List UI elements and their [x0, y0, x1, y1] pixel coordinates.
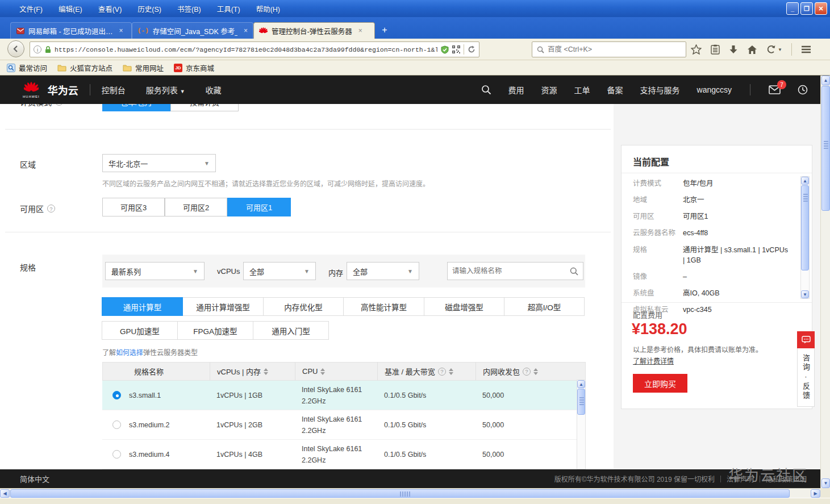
browser-tab-console[interactable]: 管理控制台-弹性云服务器 ×: [253, 22, 375, 39]
sort-icon[interactable]: [533, 368, 538, 375]
vertical-scrollbar[interactable]: ▲ ▼: [820, 76, 830, 488]
feedback-widget[interactable]: 咨询·反馈: [797, 331, 815, 407]
az2-button[interactable]: 可用区2: [165, 198, 227, 216]
library-icon[interactable]: [711, 44, 720, 55]
home-icon[interactable]: [747, 45, 757, 55]
sort-icon[interactable]: [320, 368, 325, 375]
minimize-button[interactable]: _: [786, 2, 799, 15]
url-input[interactable]: [55, 46, 437, 53]
series-filter-select[interactable]: 最新系列 ▼: [105, 262, 205, 280]
radio-unselected[interactable]: [112, 420, 121, 429]
vcpus-filter-select[interactable]: 全部 ▼: [243, 262, 316, 280]
tab-close-icon[interactable]: ×: [244, 27, 248, 35]
scrollbar-thumb[interactable]: [577, 389, 585, 415]
config-scrollbar[interactable]: ▲ ▼: [800, 176, 810, 299]
sort-icon[interactable]: [264, 368, 268, 375]
tab-general-computing-plus[interactable]: 通用计算增强型: [182, 297, 264, 316]
billing-details-link[interactable]: 了解计费详情: [633, 356, 674, 365]
shield-check-icon[interactable]: [441, 45, 449, 54]
tab-ultra-io[interactable]: 超高I/O型: [504, 297, 585, 316]
az1-button[interactable]: 可用区1: [227, 198, 291, 216]
bookmark-most-visited[interactable]: 最常访问: [7, 63, 47, 73]
nav-favorites[interactable]: 收藏: [206, 84, 222, 95]
page-info-icon[interactable]: i: [34, 45, 41, 53]
region-select[interactable]: 华北-北京一 ▼: [102, 154, 216, 172]
table-row[interactable]: s3.medium.4 1vCPUs | 4GB Intel SkyLake 6…: [102, 440, 586, 469]
table-scrollbar[interactable]: ▲: [577, 380, 586, 469]
table-row[interactable]: s3.small.1 1vCPUs | 1GB Intel SkyLake 61…: [102, 381, 586, 410]
bookmark-firefox-folder[interactable]: 火狐官方站点: [57, 63, 112, 73]
close-button[interactable]: ✕: [815, 2, 827, 15]
buy-now-button[interactable]: 立即购买: [633, 374, 687, 393]
help-icon[interactable]: ?: [523, 368, 531, 376]
nav-billing[interactable]: 费用: [508, 84, 524, 95]
scroll-right-arrow[interactable]: ▶: [811, 489, 820, 498]
help-icon[interactable]: ?: [438, 368, 446, 376]
brand-name[interactable]: 华为云: [48, 82, 78, 97]
console-search-icon[interactable]: [481, 85, 491, 95]
tab-memory-optimized[interactable]: 内存优化型: [263, 297, 344, 316]
nav-icp[interactable]: 备案: [607, 84, 623, 95]
tab-close-icon[interactable]: ×: [358, 27, 362, 35]
sync-button[interactable]: ▼: [766, 45, 782, 54]
scroll-up-arrow[interactable]: ▲: [821, 76, 830, 85]
menu-bookmarks[interactable]: 书签(B): [177, 3, 201, 14]
help-icon[interactable]: ?: [47, 205, 55, 213]
restore-button[interactable]: ❐: [800, 2, 813, 15]
tab-close-icon[interactable]: ×: [119, 27, 123, 35]
hamburger-menu-icon[interactable]: [801, 45, 811, 53]
reload-icon[interactable]: [468, 45, 476, 53]
bookmark-jd[interactable]: JD 京东商城: [174, 63, 214, 73]
menu-view[interactable]: 查看(V): [98, 3, 122, 14]
downloads-icon[interactable]: [729, 45, 738, 55]
scroll-up-arrow[interactable]: ▲: [801, 177, 809, 185]
nav-console[interactable]: 控制台: [102, 84, 126, 95]
history-clock-icon[interactable]: [798, 85, 808, 95]
language-selector[interactable]: 简体中文: [20, 473, 49, 484]
menu-tools[interactable]: 工具(T): [217, 3, 240, 14]
menu-history[interactable]: 历史(S): [137, 3, 161, 14]
qr-code-icon[interactable]: [452, 45, 460, 53]
web-search-input[interactable]: [548, 45, 681, 53]
chat-bubble-icon[interactable]: [797, 331, 815, 348]
bookmark-common-folder[interactable]: 常用网址: [123, 63, 164, 73]
scrollbar-thumb[interactable]: [821, 86, 830, 211]
mem-filter-select[interactable]: 全部 ▼: [347, 262, 419, 280]
bookmark-star-icon[interactable]: [691, 44, 702, 55]
radio-selected[interactable]: [112, 391, 121, 399]
username[interactable]: wangccsy: [697, 85, 732, 94]
spec-search-input[interactable]: [452, 267, 566, 275]
menu-help[interactable]: 帮助(H): [256, 3, 280, 14]
browser-tab-mail[interactable]: 网易邮箱 - 您已成功退出… ×: [10, 22, 132, 39]
horizontal-scrollbar[interactable]: ◀ ▶: [0, 488, 820, 498]
search-icon[interactable]: [570, 267, 578, 276]
scrollbar-thumb[interactable]: [10, 489, 790, 498]
nav-support[interactable]: 支持与服务: [640, 84, 680, 95]
web-search-bar[interactable]: [532, 41, 686, 57]
az3-button[interactable]: 可用区3: [102, 198, 165, 216]
scroll-down-arrow[interactable]: ▼: [821, 478, 830, 488]
spec-name-search[interactable]: [447, 262, 583, 280]
scroll-left-arrow[interactable]: ◀: [0, 489, 10, 498]
browser-tab-docs[interactable]: (-) 存储空间_Java_SDK 参考_… ×: [132, 22, 253, 39]
scroll-up-arrow[interactable]: ▲: [577, 380, 585, 388]
nav-service-list[interactable]: 服务列表 ▼: [146, 84, 185, 95]
tab-disk-intensive[interactable]: 磁盘增强型: [424, 297, 504, 316]
tab-fpga[interactable]: FPGA加速型: [177, 321, 253, 340]
scroll-down-arrow[interactable]: ▼: [801, 290, 809, 298]
new-tab-button[interactable]: +: [377, 23, 392, 37]
nav-tickets[interactable]: 工单: [574, 84, 590, 95]
huawei-logo[interactable]: HUAWEI: [23, 82, 40, 98]
how-to-choose-link[interactable]: 如何选择: [116, 349, 143, 357]
tab-general-entry[interactable]: 通用入门型: [253, 321, 329, 340]
tab-gpu[interactable]: GPU加速型: [102, 321, 178, 340]
feedback-tab[interactable]: 咨询·反馈: [797, 348, 815, 407]
radio-unselected[interactable]: [112, 450, 121, 459]
tab-high-performance[interactable]: 高性能计算型: [343, 297, 424, 316]
messages-button[interactable]: 7: [769, 85, 781, 94]
scrollbar-thumb[interactable]: [801, 185, 809, 270]
nav-resources[interactable]: 资源: [541, 84, 557, 95]
table-row[interactable]: s3.medium.2 1vCPUs | 2GB Intel SkyLake 6…: [102, 410, 586, 440]
sort-icon[interactable]: [449, 368, 453, 375]
menu-edit[interactable]: 编辑(E): [59, 3, 82, 14]
